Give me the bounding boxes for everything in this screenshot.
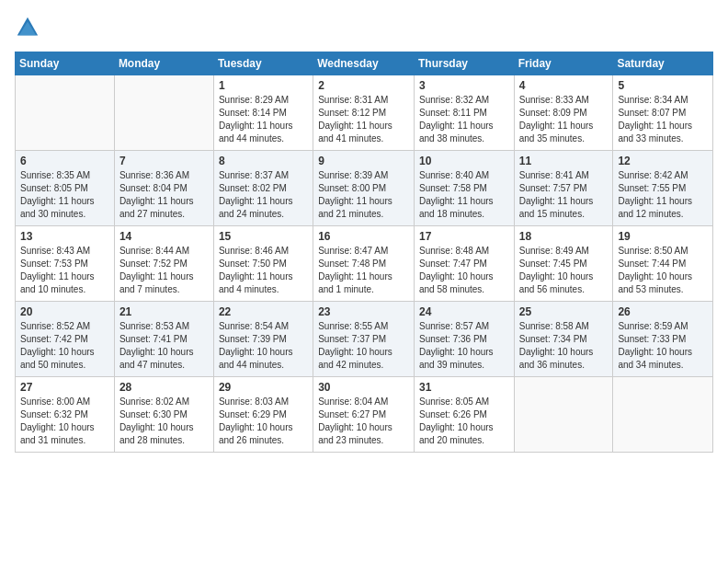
day-info: Sunrise: 8:58 AM Sunset: 7:34 PM Dayligh… [519, 320, 609, 372]
day-number: 15 [219, 230, 308, 243]
day-number: 25 [519, 305, 609, 318]
calendar-cell: 17Sunrise: 8:48 AM Sunset: 7:47 PM Dayli… [414, 226, 514, 302]
day-number: 11 [519, 155, 609, 167]
day-info: Sunrise: 8:43 AM Sunset: 7:53 PM Dayligh… [20, 245, 109, 296]
weekday-row: SundayMondayTuesdayWednesdayThursdayFrid… [16, 52, 713, 75]
calendar-cell [16, 75, 115, 151]
day-number: 1 [219, 79, 308, 92]
day-info: Sunrise: 8:36 AM Sunset: 8:04 PM Dayligh… [119, 169, 209, 221]
day-number: 21 [119, 305, 209, 318]
calendar-cell: 31Sunrise: 8:05 AM Sunset: 6:26 PM Dayli… [414, 377, 514, 453]
calendar: SundayMondayTuesdayWednesdayThursdayFrid… [15, 52, 713, 453]
calendar-cell: 25Sunrise: 8:58 AM Sunset: 7:34 PM Dayli… [514, 302, 613, 377]
calendar-cell: 8Sunrise: 8:37 AM Sunset: 8:02 PM Daylig… [213, 151, 313, 226]
day-number: 2 [318, 79, 409, 92]
weekday-header-friday: Friday [514, 52, 613, 75]
day-info: Sunrise: 8:33 AM Sunset: 8:09 PM Dayligh… [519, 94, 609, 145]
weekday-header-sunday: Sunday [16, 52, 115, 75]
calendar-cell: 7Sunrise: 8:36 AM Sunset: 8:04 PM Daylig… [114, 151, 213, 226]
day-number: 18 [519, 230, 609, 243]
calendar-body: 1Sunrise: 8:29 AM Sunset: 8:14 PM Daylig… [16, 75, 713, 453]
day-info: Sunrise: 8:02 AM Sunset: 6:30 PM Dayligh… [119, 396, 209, 447]
calendar-cell: 22Sunrise: 8:54 AM Sunset: 7:39 PM Dayli… [213, 302, 313, 377]
day-info: Sunrise: 8:31 AM Sunset: 8:12 PM Dayligh… [318, 94, 409, 145]
day-info: Sunrise: 8:57 AM Sunset: 7:36 PM Dayligh… [419, 320, 509, 372]
day-number: 24 [419, 305, 509, 318]
day-info: Sunrise: 8:03 AM Sunset: 6:29 PM Dayligh… [219, 396, 308, 447]
day-number: 16 [318, 230, 409, 243]
day-number: 19 [618, 230, 708, 243]
day-number: 30 [318, 381, 409, 394]
day-number: 31 [419, 381, 509, 394]
calendar-week-4: 20Sunrise: 8:52 AM Sunset: 7:42 PM Dayli… [16, 302, 713, 377]
day-number: 4 [519, 79, 609, 92]
weekday-header-wednesday: Wednesday [313, 52, 415, 75]
day-number: 7 [119, 155, 209, 167]
day-number: 17 [419, 230, 509, 243]
calendar-cell: 20Sunrise: 8:52 AM Sunset: 7:42 PM Dayli… [16, 302, 115, 377]
day-number: 3 [419, 79, 509, 92]
day-info: Sunrise: 8:39 AM Sunset: 8:00 PM Dayligh… [318, 169, 409, 221]
day-info: Sunrise: 8:32 AM Sunset: 8:11 PM Dayligh… [419, 94, 509, 145]
day-number: 22 [219, 305, 308, 318]
calendar-cell: 16Sunrise: 8:47 AM Sunset: 7:48 PM Dayli… [313, 226, 415, 302]
day-number: 8 [219, 155, 308, 167]
calendar-cell: 15Sunrise: 8:46 AM Sunset: 7:50 PM Dayli… [213, 226, 313, 302]
day-info: Sunrise: 8:34 AM Sunset: 8:07 PM Dayligh… [618, 94, 708, 145]
day-info: Sunrise: 8:52 AM Sunset: 7:42 PM Dayligh… [20, 320, 109, 372]
day-number: 27 [20, 381, 109, 394]
day-info: Sunrise: 8:44 AM Sunset: 7:52 PM Dayligh… [119, 245, 209, 296]
calendar-cell: 18Sunrise: 8:49 AM Sunset: 7:45 PM Dayli… [514, 226, 613, 302]
weekday-header-tuesday: Tuesday [213, 52, 313, 75]
calendar-week-3: 13Sunrise: 8:43 AM Sunset: 7:53 PM Dayli… [16, 226, 713, 302]
calendar-cell: 29Sunrise: 8:03 AM Sunset: 6:29 PM Dayli… [213, 377, 313, 453]
calendar-cell: 3Sunrise: 8:32 AM Sunset: 8:11 PM Daylig… [414, 75, 514, 151]
calendar-cell: 5Sunrise: 8:34 AM Sunset: 8:07 PM Daylig… [613, 75, 713, 151]
day-info: Sunrise: 8:49 AM Sunset: 7:45 PM Dayligh… [519, 245, 609, 296]
calendar-cell: 1Sunrise: 8:29 AM Sunset: 8:14 PM Daylig… [213, 75, 313, 151]
day-number: 6 [20, 155, 109, 167]
calendar-cell: 23Sunrise: 8:55 AM Sunset: 7:37 PM Dayli… [313, 302, 415, 377]
calendar-cell: 28Sunrise: 8:02 AM Sunset: 6:30 PM Dayli… [114, 377, 213, 453]
calendar-week-2: 6Sunrise: 8:35 AM Sunset: 8:05 PM Daylig… [16, 151, 713, 226]
calendar-cell: 14Sunrise: 8:44 AM Sunset: 7:52 PM Dayli… [114, 226, 213, 302]
day-number: 5 [618, 79, 708, 92]
weekday-header-saturday: Saturday [613, 52, 713, 75]
day-number: 26 [618, 305, 708, 318]
day-info: Sunrise: 8:50 AM Sunset: 7:44 PM Dayligh… [618, 245, 708, 296]
calendar-cell: 6Sunrise: 8:35 AM Sunset: 8:05 PM Daylig… [16, 151, 115, 226]
day-info: Sunrise: 8:00 AM Sunset: 6:32 PM Dayligh… [20, 396, 109, 447]
day-number: 28 [119, 381, 209, 394]
day-info: Sunrise: 8:05 AM Sunset: 6:26 PM Dayligh… [419, 396, 509, 447]
day-info: Sunrise: 8:29 AM Sunset: 8:14 PM Dayligh… [219, 94, 308, 145]
calendar-cell: 12Sunrise: 8:42 AM Sunset: 7:55 PM Dayli… [613, 151, 713, 226]
day-info: Sunrise: 8:59 AM Sunset: 7:33 PM Dayligh… [618, 320, 708, 372]
day-number: 23 [318, 305, 409, 318]
page-header [15, 15, 713, 40]
day-info: Sunrise: 8:41 AM Sunset: 7:57 PM Dayligh… [519, 169, 609, 221]
calendar-cell: 30Sunrise: 8:04 AM Sunset: 6:27 PM Dayli… [313, 377, 415, 453]
calendar-cell: 21Sunrise: 8:53 AM Sunset: 7:41 PM Dayli… [114, 302, 213, 377]
calendar-cell: 4Sunrise: 8:33 AM Sunset: 8:09 PM Daylig… [514, 75, 613, 151]
calendar-cell: 2Sunrise: 8:31 AM Sunset: 8:12 PM Daylig… [313, 75, 415, 151]
weekday-header-monday: Monday [114, 52, 213, 75]
day-info: Sunrise: 8:37 AM Sunset: 8:02 PM Dayligh… [219, 169, 308, 221]
logo-icon [15, 15, 40, 40]
calendar-week-5: 27Sunrise: 8:00 AM Sunset: 6:32 PM Dayli… [16, 377, 713, 453]
calendar-cell [114, 75, 213, 151]
calendar-cell: 27Sunrise: 8:00 AM Sunset: 6:32 PM Dayli… [16, 377, 115, 453]
day-number: 12 [618, 155, 708, 167]
day-number: 13 [20, 230, 109, 243]
calendar-week-1: 1Sunrise: 8:29 AM Sunset: 8:14 PM Daylig… [16, 75, 713, 151]
calendar-cell: 24Sunrise: 8:57 AM Sunset: 7:36 PM Dayli… [414, 302, 514, 377]
day-info: Sunrise: 8:42 AM Sunset: 7:55 PM Dayligh… [618, 169, 708, 221]
day-info: Sunrise: 8:53 AM Sunset: 7:41 PM Dayligh… [119, 320, 209, 372]
day-info: Sunrise: 8:46 AM Sunset: 7:50 PM Dayligh… [219, 245, 308, 296]
calendar-cell [613, 377, 713, 453]
day-number: 10 [419, 155, 509, 167]
weekday-header-thursday: Thursday [414, 52, 514, 75]
calendar-header: SundayMondayTuesdayWednesdayThursdayFrid… [16, 52, 713, 75]
day-number: 14 [119, 230, 209, 243]
day-info: Sunrise: 8:04 AM Sunset: 6:27 PM Dayligh… [318, 396, 409, 447]
day-info: Sunrise: 8:54 AM Sunset: 7:39 PM Dayligh… [219, 320, 308, 372]
